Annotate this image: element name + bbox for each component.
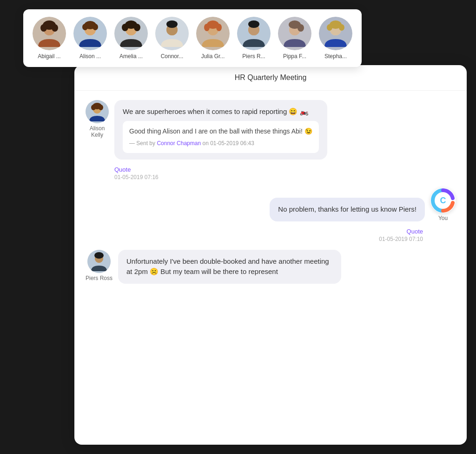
svg-point-16 xyxy=(122,24,128,31)
alison-message-avatar xyxy=(86,100,109,123)
alison-quoted-message: Good thing Alison and I are on the ball … xyxy=(123,121,319,153)
message-group-you: C You No problem, thanks for letting us … xyxy=(86,188,456,221)
participant-pippa[interactable]: Pippa F... xyxy=(278,17,311,60)
sent-by-label: — Sent by xyxy=(129,140,155,147)
svg-point-5 xyxy=(52,24,58,32)
you-quote-link[interactable]: Quote xyxy=(407,228,423,235)
svg-text:C: C xyxy=(440,196,446,205)
alison-quote-link[interactable]: Quote xyxy=(114,166,456,173)
participant-name-alison: Alison ... xyxy=(79,53,101,60)
participant-name-pippa: Pippa F... xyxy=(283,53,306,60)
piers-message-text: Unfortunately I've been double-booked an… xyxy=(126,257,329,276)
alison-sender-name: AlisonKelly xyxy=(90,125,105,138)
chat-header: HR Quarterly Meeting xyxy=(74,65,467,91)
svg-point-10 xyxy=(82,24,88,30)
app-container: Abigail ... Alison ... xyxy=(0,0,476,454)
participant-avatar-pippa xyxy=(278,17,311,50)
participant-amelia[interactable]: Amelia ... xyxy=(114,17,148,60)
svg-point-54 xyxy=(94,252,104,259)
svg-point-26 xyxy=(204,24,210,31)
message-group-alison: AlisonKelly We are superheroes when it c… xyxy=(86,100,456,160)
piers-avatar-group: Piers Ross xyxy=(86,250,112,284)
quoted-sender: — Sent by Connor Chapman on 01-05-2019 0… xyxy=(129,139,312,147)
participant-name-amelia: Amelia ... xyxy=(119,53,143,60)
alison-timestamp: 01-05-2019 07:16 xyxy=(114,174,456,180)
you-timestamp: 01-05-2019 07:10 xyxy=(379,236,423,242)
alison-message-content: We are superheroes when it comes to rapi… xyxy=(114,100,327,160)
svg-point-48 xyxy=(99,105,103,110)
participant-avatar-julia xyxy=(196,17,230,50)
participant-avatar-alison xyxy=(73,17,107,50)
you-message-bubble: No problem, thanks for letting us know P… xyxy=(270,198,425,221)
svg-point-4 xyxy=(40,24,47,32)
participant-abigail[interactable]: Abigail ... xyxy=(33,17,66,60)
participant-avatar-stephanie xyxy=(319,17,352,50)
participant-name-abigail: Abigail ... xyxy=(38,53,60,60)
participant-name-piers: Piers R... xyxy=(242,53,265,60)
chat-body[interactable]: AlisonKelly We are superheroes when it c… xyxy=(74,91,467,445)
you-meta-row: Quote 01-05-2019 07:10 xyxy=(86,228,423,242)
participant-alison[interactable]: Alison ... xyxy=(73,17,107,60)
svg-point-41 xyxy=(327,24,332,31)
participant-avatar-amelia xyxy=(114,17,148,50)
piers-message-bubble: Unfortunately I've been double-booked an… xyxy=(118,250,341,284)
you-label: You xyxy=(438,215,448,221)
participant-avatar-connor xyxy=(155,17,189,50)
piers-message-avatar xyxy=(87,250,111,273)
svg-point-47 xyxy=(91,105,96,110)
quoted-sender-name[interactable]: Connor Chapman xyxy=(157,140,201,147)
participant-name-connor: Connor... xyxy=(161,53,184,60)
you-message-content: No problem, thanks for letting us know P… xyxy=(270,198,425,221)
chat-title: HR Quarterly Meeting xyxy=(235,73,307,81)
participant-name-stephanie: Stepha... xyxy=(324,53,347,60)
you-avatar: C xyxy=(430,188,456,213)
message-group-piers: Piers Ross Unfortunately I've been doubl… xyxy=(86,250,456,284)
participants-panel: Abigail ... Alison ... xyxy=(23,9,362,67)
participant-stephanie[interactable]: Stepha... xyxy=(319,17,352,60)
participant-piers[interactable]: Piers R... xyxy=(237,17,271,60)
on-label: on xyxy=(202,140,208,147)
svg-point-17 xyxy=(134,24,140,31)
participant-connor[interactable]: Connor... xyxy=(155,17,189,60)
svg-point-31 xyxy=(248,20,259,28)
svg-point-42 xyxy=(339,24,344,31)
svg-point-11 xyxy=(93,24,98,30)
participant-name-julia: Julia Gr... xyxy=(201,53,225,60)
piers-sender-name: Piers Ross xyxy=(86,275,112,281)
quote-date: 01-05-2019 06:43 xyxy=(210,140,254,147)
quote-text: Good thing Alison and I are on the ball … xyxy=(129,127,312,135)
alison-meta-row: Quote 01-05-2019 07:16 xyxy=(114,166,456,180)
piers-message-content: Unfortunately I've been double-booked an… xyxy=(118,250,341,284)
you-message-text: No problem, thanks for letting us know P… xyxy=(278,205,416,213)
svg-point-27 xyxy=(216,24,222,31)
alison-message-bubble: We are superheroes when it comes to rapi… xyxy=(114,100,327,160)
chat-window: HR Quarterly Meeting xyxy=(74,65,467,445)
alison-message-text: We are superheroes when it comes to rapi… xyxy=(123,107,309,115)
participant-avatar-abigail xyxy=(33,17,66,50)
svg-point-21 xyxy=(166,20,178,28)
you-container: C You xyxy=(430,188,456,221)
participant-avatar-piers xyxy=(237,17,271,50)
svg-point-36 xyxy=(298,24,304,32)
alison-avatar-group: AlisonKelly xyxy=(86,100,109,160)
participant-julia[interactable]: Julia Gr... xyxy=(196,17,230,60)
